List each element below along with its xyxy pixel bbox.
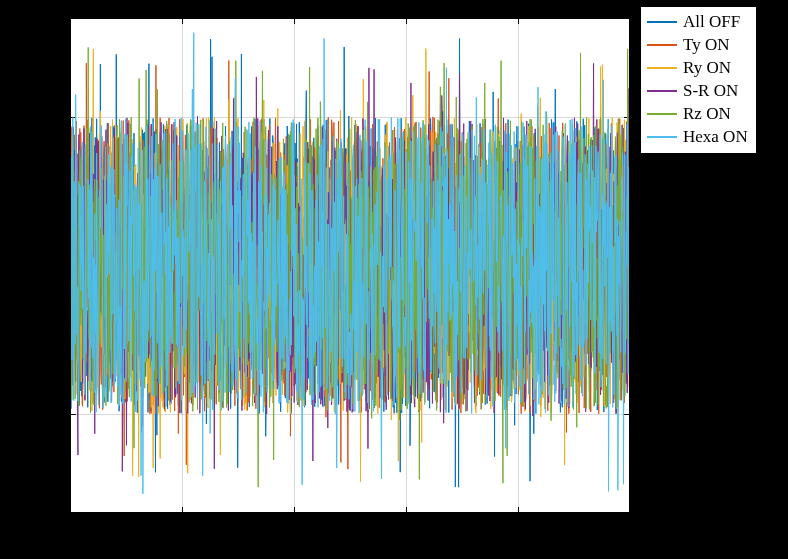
plot-area <box>70 18 630 513</box>
legend: All OFF Ty ON Ry ON S-R ON Rz ON Hexa ON <box>640 6 757 154</box>
legend-swatch <box>647 67 677 69</box>
legend-label: Rz ON <box>683 103 731 126</box>
legend-swatch <box>647 113 677 115</box>
legend-label: Ty ON <box>683 34 730 57</box>
legend-swatch <box>647 44 677 46</box>
legend-label: All OFF <box>683 11 740 34</box>
legend-item-ty-on: Ty ON <box>647 34 748 57</box>
legend-item-hexa-on: Hexa ON <box>647 126 748 149</box>
legend-label: Hexa ON <box>683 126 748 149</box>
legend-item-ry-on: Ry ON <box>647 57 748 80</box>
legend-label: Ry ON <box>683 57 731 80</box>
noise-chart: All OFF Ty ON Ry ON S-R ON Rz ON Hexa ON <box>0 0 788 559</box>
legend-swatch <box>647 90 677 92</box>
legend-label: S-R ON <box>683 80 738 103</box>
legend-item-sr-on: S-R ON <box>647 80 748 103</box>
legend-swatch <box>647 136 677 138</box>
legend-item-all-off: All OFF <box>647 11 748 34</box>
legend-swatch <box>647 21 677 23</box>
legend-item-rz-on: Rz ON <box>647 103 748 126</box>
data-canvas <box>70 18 630 513</box>
